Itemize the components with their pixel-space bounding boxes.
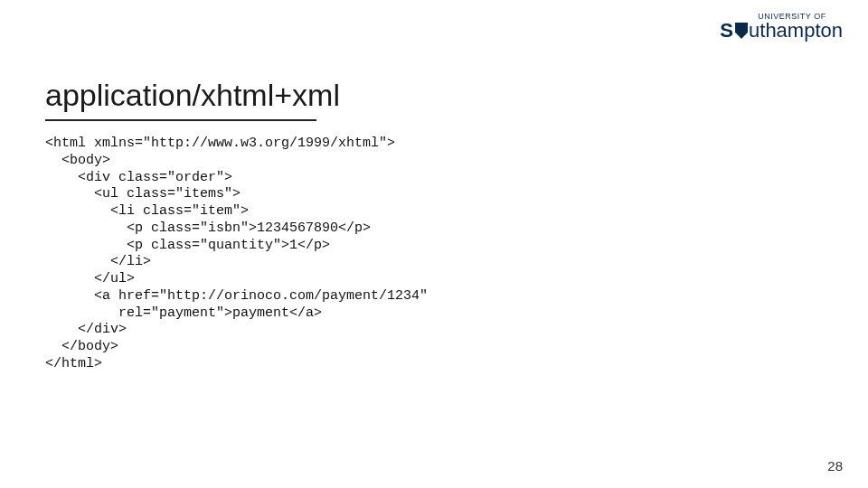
title-underline: [45, 119, 316, 121]
code-line: </ul>: [45, 271, 135, 286]
logo-prefix: S: [720, 19, 733, 42]
code-line: <html xmlns="http://www.w3.org/1999/xhtm…: [45, 136, 395, 151]
logo-suffix: uthampton: [749, 19, 843, 42]
logo-main-text: Suthampton: [720, 21, 843, 41]
slide: UNIVERSITY OF Suthampton application/xht…: [0, 0, 868, 488]
code-line: <div class="order">: [45, 170, 232, 185]
code-line: </body>: [45, 339, 118, 354]
code-line: <p class="isbn">1234567890</p>: [45, 221, 371, 236]
shield-icon: [735, 23, 748, 39]
code-line: <p class="quantity">1</p>: [45, 238, 330, 253]
slide-title: application/xhtml+xml: [45, 78, 340, 113]
code-line: <li class="item">: [45, 203, 249, 219]
code-line: <body>: [45, 153, 110, 168]
university-logo: UNIVERSITY OF Suthampton: [720, 13, 843, 41]
code-line: </html>: [45, 356, 102, 371]
code-line: <a href="http://orinoco.com/payment/1234…: [45, 288, 428, 304]
page-number: 28: [827, 458, 843, 474]
code-line: </div>: [45, 322, 127, 337]
code-line: </li>: [45, 254, 151, 269]
code-line: <ul class="items">: [45, 186, 241, 202]
code-line: rel="payment">payment</a>: [45, 305, 322, 321]
code-block: <html xmlns="http://www.w3.org/1999/xhtm…: [45, 136, 428, 373]
